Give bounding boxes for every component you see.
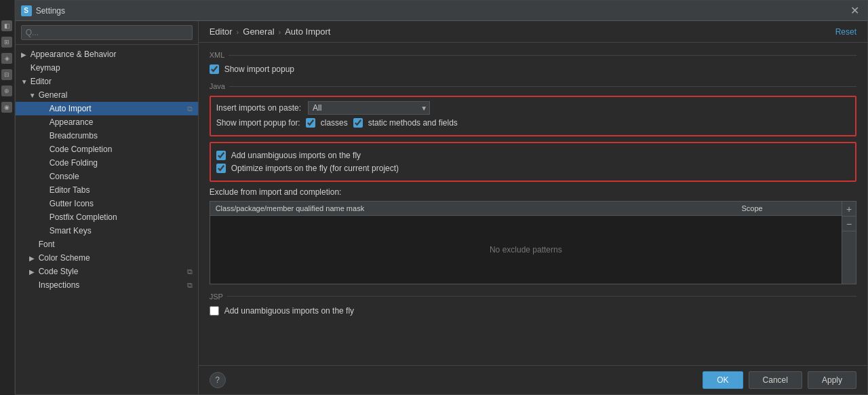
settings-sidebar: ▶ Appearance & Behavior Keymap ▼ Editor … (16, 21, 199, 394)
nav-tree: ▶ Appearance & Behavior Keymap ▼ Editor … (16, 45, 198, 394)
insert-imports-row: Insert imports on paste: All Ask None ▼ (216, 101, 850, 115)
sidebar-item-inspections[interactable]: Inspections ⧉ (16, 278, 198, 292)
arrow-icon (40, 200, 50, 208)
exclude-section-title: Exclude from import and completion: (210, 187, 856, 197)
show-import-popup-label: Show import popup for: (216, 118, 300, 128)
add-unambiguous-row: Add unambiguous imports on the fly (216, 151, 850, 160)
help-icon: ? (215, 375, 220, 385)
jsp-add-unambiguous-row: Add unambiguous imports on the fly (210, 306, 856, 316)
insert-imports-dropdown-wrapper: All Ask None ▼ (308, 101, 430, 115)
strip-icon-1[interactable]: ◧ (1, 20, 12, 31)
sidebar-item-keymap[interactable]: Keymap (16, 61, 198, 75)
exclude-table-wrapper: Class/package/member qualified name mask… (210, 201, 856, 284)
jsp-section-label: JSP (210, 293, 856, 301)
arrow-icon (40, 146, 50, 153)
breadcrumb-editor: Editor (210, 26, 233, 37)
apply-button[interactable]: Apply (808, 371, 856, 389)
exclude-table-wrap: Class/package/member qualified name mask… (210, 201, 842, 284)
show-import-classes-checkbox[interactable] (306, 118, 315, 128)
sidebar-item-color-scheme[interactable]: ▶ Color Scheme (16, 251, 198, 265)
sidebar-item-postfix-completion[interactable]: Postfix Completion (16, 210, 198, 224)
sidebar-item-smart-keys[interactable]: Smart Keys (16, 224, 198, 238)
copy-icon: ⧉ (187, 281, 193, 290)
show-import-classes-label: classes (321, 118, 348, 128)
sidebar-item-code-completion[interactable]: Code Completion (16, 143, 198, 156)
sidebar-item-font[interactable]: Font (16, 238, 198, 251)
arrow-icon (40, 119, 50, 126)
search-container (16, 21, 198, 45)
sidebar-item-auto-import[interactable]: Auto Import ⧉ (16, 102, 198, 115)
jsp-add-unambiguous-checkbox[interactable] (210, 306, 219, 316)
optimize-imports-row: Optimize imports on the fly (for current… (216, 164, 850, 173)
breadcrumb-autoimport: Auto Import (285, 26, 330, 37)
arrow-icon: ▶ (29, 268, 39, 276)
breadcrumb-arrow-2: › (279, 28, 281, 36)
close-button[interactable]: ✕ (848, 4, 862, 18)
sidebar-item-breadcrumbs[interactable]: Breadcrumbs (16, 129, 198, 143)
panel-header: Editor › General › Auto Import Reset (199, 21, 867, 43)
breadcrumb-general: General (243, 26, 274, 37)
arrow-icon (40, 132, 50, 140)
strip-icon-3[interactable]: ◈ (1, 53, 12, 64)
sidebar-item-general[interactable]: ▼ General (16, 88, 198, 102)
strip-icon-5[interactable]: ⊕ (1, 86, 12, 96)
breadcrumb: Editor › General › Auto Import (210, 26, 331, 37)
bottom-bar: ? OK Cancel Apply (199, 365, 867, 394)
sidebar-item-code-folding[interactable]: Code Folding (16, 156, 198, 170)
help-button[interactable]: ? (210, 372, 226, 388)
sidebar-item-editor[interactable]: ▼ Editor (16, 75, 198, 88)
remove-exclude-button[interactable]: − (842, 217, 856, 231)
optimize-imports-label: Optimize imports on the fly (for current… (231, 164, 399, 173)
arrow-icon (40, 159, 50, 167)
jsp-section: JSP Add unambiguous imports on the fly (210, 293, 856, 316)
arrow-icon: ▶ (29, 255, 39, 262)
reset-button[interactable]: Reset (835, 27, 856, 37)
arrow-icon (40, 227, 50, 235)
java-section: Java Insert imports on paste: All Ask (210, 82, 856, 284)
strip-icon-4[interactable]: ⊟ (1, 69, 12, 80)
copy-icon: ⧉ (187, 105, 193, 113)
sidebar-item-console[interactable]: Console (16, 170, 198, 183)
java-checkboxes-highlight: Add unambiguous imports on the fly Optim… (210, 142, 856, 182)
ok-button[interactable]: OK (703, 371, 743, 389)
add-exclude-button[interactable]: + (842, 202, 856, 217)
show-import-popup-row: Show import popup for: classes static me… (216, 118, 850, 128)
show-import-static-label: static methods and fields (368, 118, 458, 128)
titlebar: S Settings ✕ (16, 1, 867, 21)
no-patterns-row: No exclude patterns (210, 216, 842, 284)
copy-icon: ⧉ (187, 267, 193, 276)
left-icon-strip: ◧ ⊞ ◈ ⊟ ⊕ ◉ (0, 0, 15, 395)
insert-imports-label: Insert imports on paste: (216, 103, 301, 113)
sidebar-item-appearance[interactable]: Appearance (16, 115, 198, 129)
arrow-icon (21, 64, 31, 72)
exclude-section: Exclude from import and completion: Clas… (210, 187, 856, 284)
insert-imports-select[interactable]: All Ask None (308, 101, 430, 115)
panel-body: XML Show import popup Java (199, 43, 867, 365)
search-input[interactable] (21, 25, 193, 40)
arrow-icon: ▶ (21, 51, 31, 58)
table-col-scope: Scope (736, 202, 842, 216)
optimize-imports-checkbox[interactable] (216, 164, 226, 173)
no-patterns-label: No exclude patterns (210, 216, 842, 284)
sidebar-item-code-style[interactable]: ▶ Code Style ⧉ (16, 265, 198, 278)
cancel-button[interactable]: Cancel (749, 371, 802, 389)
sidebar-item-appearance-behavior[interactable]: ▶ Appearance & Behavior (16, 48, 198, 61)
arrow-icon (40, 187, 50, 194)
sidebar-item-editor-tabs[interactable]: Editor Tabs (16, 183, 198, 197)
right-panel: Editor › General › Auto Import Reset XML (199, 21, 867, 394)
strip-icon-6[interactable]: ◉ (1, 102, 12, 113)
arrow-icon (40, 214, 50, 221)
breadcrumb-arrow-1: › (237, 28, 239, 36)
sidebar-item-gutter-icons[interactable]: Gutter Icons (16, 197, 198, 210)
xml-show-import-popup-checkbox[interactable] (210, 64, 219, 74)
arrow-icon: ▼ (21, 78, 31, 86)
xml-show-import-popup-label: Show import popup (224, 64, 294, 74)
show-import-static-checkbox[interactable] (353, 118, 363, 128)
xml-show-import-popup-row: Show import popup (210, 64, 856, 74)
arrow-icon: ▼ (29, 92, 39, 99)
app-icon: S (21, 5, 32, 16)
strip-icon-2[interactable]: ⊞ (1, 37, 12, 48)
arrow-icon (40, 173, 50, 181)
add-unambiguous-checkbox[interactable] (216, 151, 226, 160)
table-col-mask: Class/package/member qualified name mask (210, 202, 736, 216)
